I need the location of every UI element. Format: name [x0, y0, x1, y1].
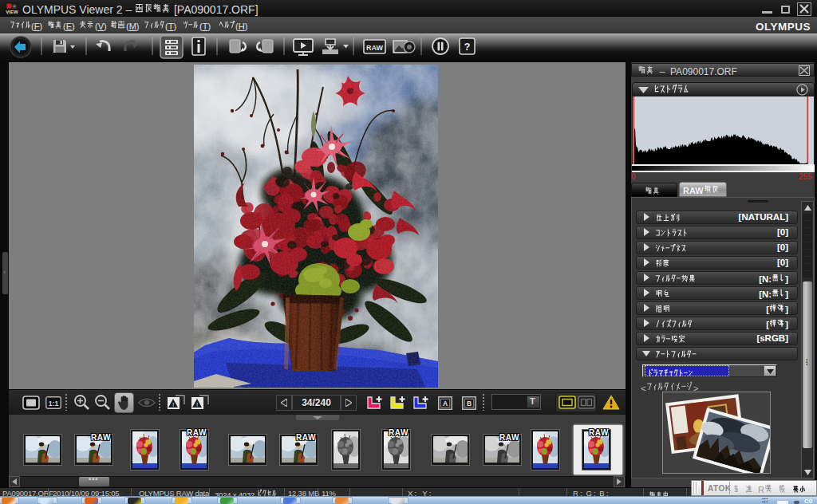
svg-text:!: ! — [196, 401, 198, 408]
svg-text:1:1: 1:1 — [49, 400, 59, 408]
svg-text:!: ! — [172, 401, 174, 408]
svg-text:B: B — [467, 400, 472, 408]
svg-text:A: A — [443, 400, 448, 408]
